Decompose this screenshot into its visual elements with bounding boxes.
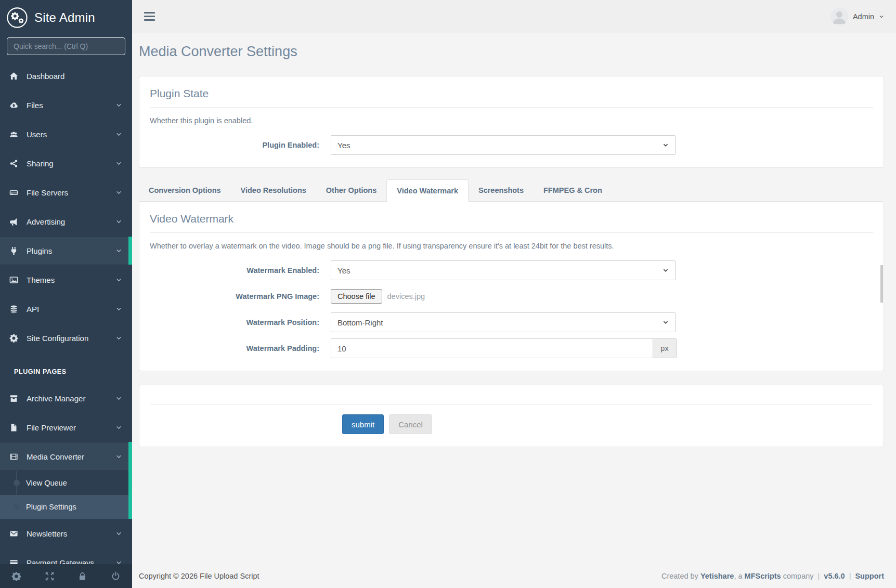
page-content: Media Converter Settings Plugin State Wh…	[132, 33, 896, 564]
chevron-down-icon	[116, 190, 122, 195]
sidebar-footer-power-icon[interactable]	[99, 564, 133, 588]
chevron-down-icon	[116, 335, 122, 341]
plugin-enabled-label: Plugin Enabled:	[150, 141, 331, 149]
sidebar-item-newsletters[interactable]: Newsletters	[0, 519, 132, 548]
sidebar-item-users[interactable]: Users	[0, 120, 132, 149]
cloud-upload-icon	[8, 100, 19, 110]
credits: Created by Yetishare, a MFScripts compan…	[661, 572, 884, 580]
chevron-down-icon	[116, 277, 122, 283]
chevron-down-icon	[116, 531, 122, 537]
watermark-position-label: Watermark Position:	[150, 318, 331, 326]
sidebar-item-themes[interactable]: Themes	[0, 265, 132, 294]
divider	[150, 404, 873, 404]
sidebar-item-sharing[interactable]: Sharing	[0, 149, 132, 178]
cancel-button[interactable]: Cancel	[389, 414, 432, 434]
tab-conversion-options[interactable]: Conversion Options	[139, 179, 231, 201]
sidebar-item-dashboard[interactable]: Dashboard	[0, 61, 132, 90]
plugin-enabled-select[interactable]: Yes	[331, 135, 676, 155]
video-watermark-card: Video Watermark Whether to overlay a wat…	[139, 201, 884, 371]
sidebar-footer-lock-icon[interactable]	[66, 564, 99, 588]
tab-screenshots[interactable]: Screenshots	[469, 179, 534, 201]
sidebar-item-plugins[interactable]: Plugins	[0, 236, 132, 265]
sidebar-item-media-converter[interactable]: Media Converter	[0, 442, 132, 471]
plugin-state-card: Plugin State Whether this plugin is enab…	[139, 76, 884, 168]
tab-ffmpeg-cron[interactable]: FFMPEG & Cron	[534, 179, 612, 201]
video-watermark-title: Video Watermark	[150, 213, 873, 225]
sidebar-item-advertising[interactable]: Advertising	[0, 207, 132, 236]
mfscripts-link[interactable]: MFScripts	[745, 572, 781, 580]
divider	[150, 232, 873, 233]
watermark-enabled-select[interactable]: Yes	[331, 260, 676, 280]
user-name: Admin	[853, 12, 874, 21]
watermark-position-value: Bottom-Right	[337, 318, 383, 327]
menu-toggle-icon[interactable]	[144, 10, 155, 23]
chevron-down-icon	[116, 396, 122, 401]
sidebar-item-files[interactable]: Files	[0, 90, 132, 120]
choose-file-button[interactable]: Choose file	[331, 289, 382, 304]
topbar: Admin	[132, 0, 896, 33]
plugin-state-description: Whether this plugin is enabled.	[150, 116, 873, 125]
sidebar: Site Admin DashboardFilesUsersSharingFil…	[0, 0, 132, 588]
sidebar-footer-expand-icon[interactable]	[33, 564, 67, 588]
sidebar-active-block: Media ConverterView QueuePlugin Settings	[0, 442, 132, 519]
watermark-image-label: Watermark PNG Image:	[150, 292, 331, 300]
video-watermark-description: Whether to overlay a watermark on the vi…	[150, 242, 873, 250]
sidebar-item-file-servers[interactable]: File Servers	[0, 178, 132, 207]
version-text: v5.6.0	[824, 572, 845, 580]
plug-icon	[8, 246, 19, 255]
chevron-down-icon	[116, 161, 122, 166]
chevron-down-icon	[116, 454, 122, 460]
home-icon	[8, 71, 19, 81]
users-icon	[8, 129, 19, 139]
chevron-down-icon	[116, 132, 122, 137]
watermark-padding-label: Watermark Padding:	[150, 344, 331, 352]
envelope-icon	[8, 529, 19, 538]
tab-other-options[interactable]: Other Options	[316, 179, 386, 201]
sidebar-menu: DashboardFilesUsersSharingFile ServersAd…	[0, 61, 132, 564]
sidebar-subitem-plugin-settings[interactable]: Plugin Settings	[0, 495, 132, 519]
support-link[interactable]: Support	[855, 572, 884, 580]
sidebar-footer-gear-icon[interactable]	[0, 564, 33, 588]
main-area: Admin Media Converter Settings Plugin St…	[132, 0, 896, 588]
plugin-pages-section-label: PLUGIN PAGES	[0, 352, 132, 384]
tab-video-watermark[interactable]: Video Watermark	[386, 179, 469, 202]
sidebar-item-site-configuration[interactable]: Site Configuration	[0, 323, 132, 352]
submit-button[interactable]: submit	[342, 414, 384, 434]
brand-title: Site Admin	[34, 10, 95, 25]
tab-video-resolutions[interactable]: Video Resolutions	[231, 179, 316, 201]
sidebar-item-file-previewer[interactable]: File Previewer	[0, 413, 132, 442]
chevron-down-icon	[116, 219, 122, 225]
sidebar-item-api[interactable]: API	[0, 294, 132, 323]
footer: Copyright © 2026 File Upload Script Crea…	[132, 564, 896, 588]
sidebar-item-archive-manager[interactable]: Archive Manager	[0, 384, 132, 413]
credit-card-icon	[8, 558, 19, 564]
quick-search-input[interactable]	[7, 37, 125, 55]
image-icon	[8, 275, 19, 284]
chevron-down-icon	[116, 560, 122, 565]
brand[interactable]: Site Admin	[0, 0, 132, 33]
page-title: Media Converter Settings	[139, 44, 884, 60]
archive-icon	[8, 394, 19, 403]
chevron-down-icon	[663, 142, 669, 148]
padding-unit-addon: px	[653, 338, 677, 358]
watermark-enabled-label: Watermark Enabled:	[150, 266, 331, 275]
yetishare-link[interactable]: Yetishare	[700, 572, 734, 580]
chevron-down-icon	[116, 306, 122, 312]
avatar	[830, 8, 848, 25]
site-admin-logo-icon	[6, 7, 28, 29]
chevron-down-icon	[116, 425, 122, 430]
file-icon	[8, 423, 19, 432]
sidebar-footer-bar	[0, 564, 132, 588]
chevron-down-icon	[116, 102, 122, 108]
sidebar-item-payment-gateways[interactable]: Payment Gateways	[0, 548, 132, 564]
settings-tabs: Conversion OptionsVideo ResolutionsOther…	[139, 179, 884, 201]
watermark-position-select[interactable]: Bottom-Right	[331, 312, 676, 332]
watermark-enabled-value: Yes	[337, 266, 350, 275]
media-converter-submenu: View QueuePlugin Settings	[0, 471, 132, 519]
sidebar-subitem-view-queue[interactable]: View Queue	[0, 471, 132, 495]
user-menu[interactable]: Admin	[830, 8, 884, 25]
watermark-padding-input[interactable]	[331, 338, 653, 358]
plugin-enabled-value: Yes	[337, 141, 350, 150]
chevron-down-icon	[116, 248, 122, 254]
scrollbar-thumb[interactable]	[880, 265, 883, 303]
